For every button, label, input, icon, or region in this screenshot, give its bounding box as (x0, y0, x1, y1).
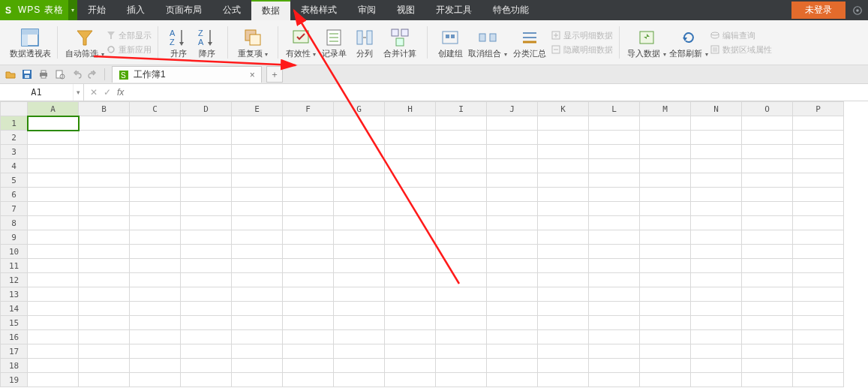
cell[interactable] (385, 202, 436, 216)
row-header[interactable]: 9 (1, 230, 28, 245)
cell[interactable] (232, 330, 283, 344)
cell[interactable] (181, 216, 232, 230)
row-header[interactable]: 10 (1, 245, 28, 259)
cell[interactable] (640, 145, 691, 159)
cell[interactable] (28, 344, 79, 359)
cell[interactable] (181, 145, 232, 159)
duplicates-button[interactable]: 重复项 ▾ (234, 27, 272, 58)
cell[interactable] (793, 302, 844, 316)
cell[interactable] (538, 131, 589, 145)
cell[interactable] (334, 116, 385, 131)
row-header[interactable]: 15 (1, 316, 28, 330)
ungroup-button[interactable]: 取消组合 ▾ (467, 27, 509, 58)
col-header[interactable]: F (283, 102, 334, 116)
cell[interactable] (640, 131, 691, 145)
cell[interactable] (232, 216, 283, 230)
cell[interactable] (742, 145, 793, 159)
cell[interactable] (589, 131, 640, 145)
cell[interactable] (691, 188, 742, 202)
cell[interactable] (79, 359, 130, 373)
menu-pagelayout[interactable]: 页面布局 (155, 0, 212, 20)
cell[interactable] (538, 259, 589, 273)
cell[interactable] (334, 330, 385, 344)
cell[interactable] (334, 202, 385, 216)
cell[interactable] (640, 273, 691, 287)
print-preview-button[interactable] (53, 67, 68, 82)
cell[interactable] (181, 316, 232, 330)
cell[interactable] (283, 116, 334, 131)
spreadsheet-grid[interactable]: ABCDEFGHIJKLMNOP123456789101112131415161… (0, 101, 868, 388)
col-header[interactable]: I (436, 102, 487, 116)
cell[interactable] (589, 330, 640, 344)
col-header[interactable]: O (742, 102, 793, 116)
cell[interactable] (283, 359, 334, 373)
cell[interactable] (232, 344, 283, 359)
cell[interactable] (181, 373, 232, 387)
cell[interactable] (487, 245, 538, 259)
cell[interactable] (538, 173, 589, 188)
cell[interactable] (334, 344, 385, 359)
cell[interactable] (181, 188, 232, 202)
cell[interactable] (742, 287, 793, 302)
cell[interactable] (793, 173, 844, 188)
cell[interactable] (283, 202, 334, 216)
cell[interactable] (232, 116, 283, 131)
cell[interactable] (538, 202, 589, 216)
cell[interactable] (589, 230, 640, 245)
cancel-icon[interactable]: ✕ (90, 87, 98, 98)
cell[interactable] (589, 245, 640, 259)
cell[interactable] (436, 330, 487, 344)
cell[interactable] (691, 173, 742, 188)
cell[interactable] (589, 344, 640, 359)
cell[interactable] (589, 316, 640, 330)
cell[interactable] (79, 173, 130, 188)
cell[interactable] (79, 131, 130, 145)
row-header[interactable]: 8 (1, 216, 28, 230)
cell[interactable] (130, 287, 181, 302)
cell[interactable] (283, 145, 334, 159)
refresh-all-button[interactable]: 全部刷新 ▾ (668, 27, 710, 58)
menu-formula[interactable]: 公式 (212, 0, 251, 20)
cell[interactable] (79, 145, 130, 159)
cell[interactable] (334, 302, 385, 316)
cell[interactable] (130, 188, 181, 202)
cell[interactable] (436, 145, 487, 159)
cell[interactable] (691, 287, 742, 302)
import-data-button[interactable]: 导入数据 ▾ (626, 27, 668, 58)
group-button[interactable]: 创建组 (434, 27, 467, 58)
cell[interactable] (283, 373, 334, 387)
cell[interactable] (181, 159, 232, 173)
cell[interactable] (334, 359, 385, 373)
close-tab-button[interactable]: × (250, 70, 255, 80)
cell[interactable] (28, 245, 79, 259)
col-header[interactable]: B (79, 102, 130, 116)
row-header[interactable]: 11 (1, 259, 28, 273)
cell[interactable] (79, 302, 130, 316)
cell[interactable] (589, 173, 640, 188)
menu-tablestyle[interactable]: 表格样式 (290, 0, 347, 20)
cell[interactable] (283, 344, 334, 359)
cell[interactable] (28, 259, 79, 273)
cell[interactable] (334, 216, 385, 230)
row-header[interactable]: 16 (1, 330, 28, 344)
sort-asc-button[interactable]: AZ 升序 (164, 27, 193, 58)
range-properties-button[interactable]: 数据区域属性 (710, 44, 772, 56)
cell[interactable] (79, 202, 130, 216)
row-header[interactable]: 7 (1, 202, 28, 216)
cell[interactable] (232, 202, 283, 216)
cell[interactable] (538, 344, 589, 359)
cell[interactable] (487, 202, 538, 216)
cell[interactable] (79, 330, 130, 344)
subtotal-button[interactable]: 分类汇总 (509, 27, 551, 58)
cell[interactable] (589, 188, 640, 202)
cell[interactable] (589, 202, 640, 216)
print-button[interactable] (36, 67, 51, 82)
cell[interactable] (640, 230, 691, 245)
cell[interactable] (130, 330, 181, 344)
cell[interactable] (436, 316, 487, 330)
cell[interactable] (28, 230, 79, 245)
cell[interactable] (742, 216, 793, 230)
cell[interactable] (793, 131, 844, 145)
cell[interactable] (79, 273, 130, 287)
cell[interactable] (385, 216, 436, 230)
